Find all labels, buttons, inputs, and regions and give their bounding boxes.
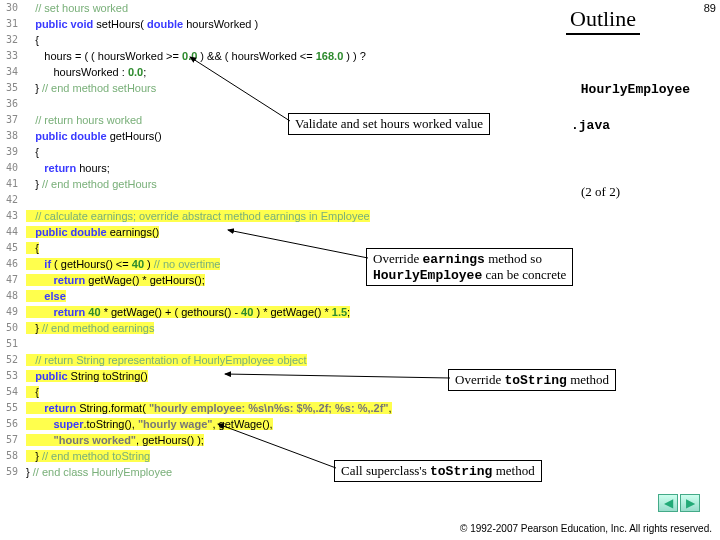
slide-number: 89 [704, 2, 716, 14]
callout-validate: Validate and set hours worked value [288, 113, 490, 135]
chevron-left-icon: ◀ [664, 496, 673, 510]
next-button[interactable]: ▶ [680, 494, 700, 512]
line-number-gutter: 303132 333435 363738 394041 424344 45464… [0, 0, 22, 480]
chevron-right-icon: ▶ [686, 496, 695, 510]
callout-tostring: Override toString method [448, 369, 616, 391]
footer-copyright: © 1992-2007 Pearson Education, Inc. All … [460, 523, 712, 534]
pager-label: (2 of 2) [581, 184, 620, 200]
prev-button[interactable]: ◀ [658, 494, 678, 512]
file-ext-label: .java [571, 118, 610, 133]
code-block: // set hours worked public void setHours… [26, 0, 392, 480]
nav-buttons: ◀ ▶ [658, 494, 700, 512]
callout-super: Call superclass's toString method [334, 460, 542, 482]
filename-label: HourlyEmployee [581, 82, 690, 97]
outline-heading: Outline [566, 6, 640, 35]
callout-earnings: Override earnings method so HourlyEmploy… [366, 248, 573, 286]
